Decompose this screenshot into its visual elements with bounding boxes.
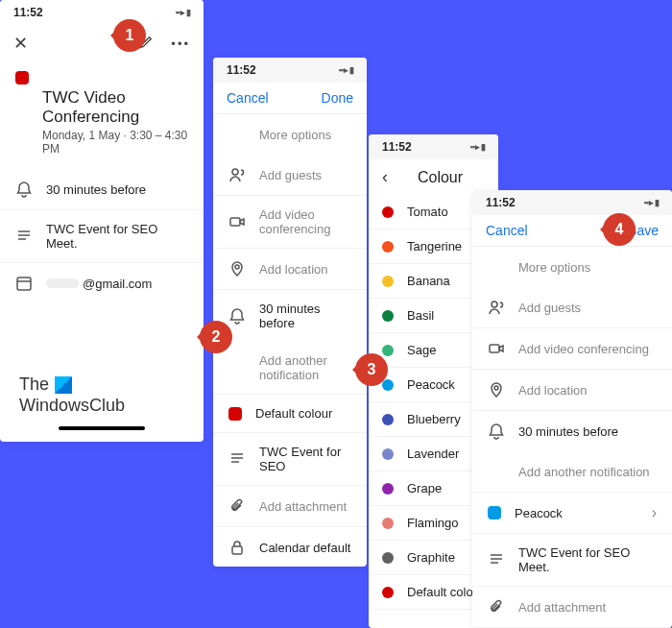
colour-row[interactable]: Peacock›	[472, 493, 672, 534]
status-icons: ▪▪ ▸ ▮	[470, 142, 485, 152]
add-video[interactable]: Add video conferencing	[518, 342, 649, 356]
clock: 11:52	[13, 6, 43, 19]
step-badge-2: 2	[200, 321, 232, 353]
cancel-button[interactable]: Cancel	[486, 223, 528, 238]
location-icon	[488, 381, 505, 399]
description-field[interactable]: TWC Event for SEO	[259, 445, 351, 473]
status-icons: ▪▪ ▸ ▮	[176, 8, 190, 17]
description-field[interactable]: TWC Event for SEO Meet.	[518, 545, 657, 574]
add-guests[interactable]: Add guests	[518, 301, 581, 315]
add-video[interactable]: Add video conferencing	[259, 207, 351, 236]
status-icons: ▪▪ ▸ ▮	[339, 65, 353, 75]
reminder-text: 30 minutes before	[46, 182, 146, 197]
add-guests[interactable]: Add guests	[259, 168, 322, 182]
clock: 11:52	[382, 140, 412, 154]
attachment-icon	[228, 497, 246, 515]
add-location[interactable]: Add location	[518, 383, 588, 398]
bell-icon	[15, 181, 33, 198]
status-icons: ▪▪ ▸ ▮	[644, 198, 659, 207]
add-location[interactable]: Add location	[259, 262, 328, 277]
calendar-icon	[15, 275, 33, 292]
bell-icon	[488, 423, 505, 440]
watermark: The WindowsClub	[19, 374, 125, 416]
text-icon	[228, 450, 246, 468]
more-options[interactable]: More options	[518, 260, 590, 275]
step-badge-4: 4	[603, 213, 636, 246]
description-text: TWC Event for SEO Meet.	[46, 222, 188, 251]
reminder-text[interactable]: 30 minutes before	[518, 424, 618, 439]
people-icon	[488, 299, 505, 316]
step-badge-3: 3	[355, 353, 388, 386]
email-suffix: @gmail.com	[83, 277, 152, 291]
cancel-button[interactable]: Cancel	[227, 90, 269, 106]
add-notification[interactable]: Add another notification	[518, 465, 650, 479]
close-icon[interactable]: ✕	[13, 33, 28, 54]
event-title: TWC Video Conferencing	[0, 85, 204, 129]
colour-title: Colour	[418, 169, 463, 186]
location-icon	[228, 260, 246, 278]
video-icon	[228, 213, 246, 230]
video-icon	[488, 340, 505, 357]
colour-row[interactable]: Default colour	[213, 395, 367, 433]
add-attachment[interactable]: Add attachment	[518, 600, 606, 615]
email-redacted	[46, 278, 79, 288]
lock-icon	[228, 539, 246, 556]
add-attachment[interactable]: Add attachment	[259, 499, 347, 514]
step-badge-1: 1	[113, 19, 146, 52]
back-icon[interactable]: ‹	[382, 167, 388, 187]
text-icon	[15, 228, 33, 245]
more-icon[interactable]: •••	[171, 36, 190, 51]
clock: 11:52	[486, 196, 516, 209]
calendar-default[interactable]: Calendar default	[259, 541, 350, 555]
people-icon	[228, 166, 246, 183]
event-datetime: Monday, 1 May · 3:30 – 4:30 PM	[0, 129, 204, 169]
attachment-icon	[488, 598, 505, 616]
done-button[interactable]: Done	[322, 90, 353, 106]
reminder-text[interactable]: 30 minutes before	[259, 302, 351, 330]
clock: 11:52	[227, 63, 256, 77]
chevron-right-icon: ›	[652, 504, 657, 521]
text-icon	[488, 551, 505, 568]
more-options[interactable]: More options	[259, 128, 331, 142]
